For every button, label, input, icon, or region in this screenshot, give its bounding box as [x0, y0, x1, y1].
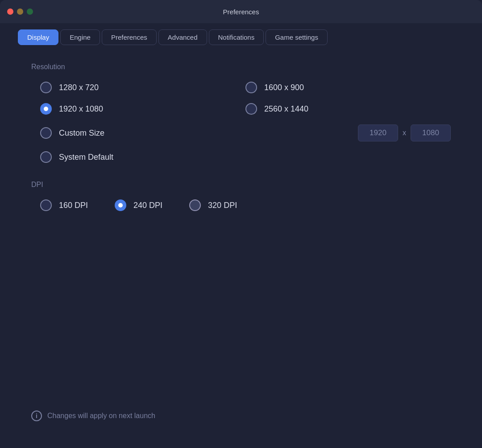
custom-size-inputs: x	[358, 124, 451, 141]
radio-2560x1440[interactable]	[245, 103, 257, 115]
resolution-option-1920x1080: 1920 x 1080	[40, 103, 245, 115]
radio-160dpi[interactable]	[40, 199, 52, 211]
tab-advanced[interactable]: Advanced	[158, 29, 207, 45]
minimize-button[interactable]	[17, 8, 23, 15]
info-icon: i	[31, 411, 42, 421]
close-button[interactable]	[7, 8, 13, 15]
radio-label-160dpi: 160 DPI	[59, 201, 88, 210]
radio-1280x720[interactable]	[40, 82, 52, 93]
radio-label-1280x720: 1280 x 720	[59, 83, 99, 92]
radio-label-system-default: System Default	[59, 153, 113, 162]
radio-label-1920x1080: 1920 x 1080	[59, 104, 103, 114]
dpi-options: 160 DPI 240 DPI 320 DPI	[40, 199, 451, 211]
radio-320dpi[interactable]	[189, 199, 201, 211]
resolution-option-2560x1440: 2560 x 1440	[245, 103, 451, 115]
size-separator: x	[403, 129, 406, 137]
resolution-option-system-default: System Default	[40, 151, 245, 163]
radio-label-320dpi: 320 DPI	[208, 201, 237, 210]
titlebar: Preferences	[0, 0, 482, 23]
traffic-lights	[7, 8, 33, 15]
radio-label-custom: Custom Size	[59, 129, 104, 138]
dpi-option-240: 240 DPI	[115, 199, 162, 211]
tab-notifications[interactable]: Notifications	[209, 29, 264, 45]
resolution-label: Resolution	[31, 63, 451, 71]
tab-engine[interactable]: Engine	[60, 29, 100, 45]
radio-system-default[interactable]	[40, 151, 52, 163]
custom-width-input[interactable]	[358, 124, 398, 141]
radio-label-240dpi: 240 DPI	[133, 201, 162, 210]
footer: i Changes will apply on next launch	[31, 411, 451, 430]
tab-game-settings[interactable]: Game settings	[266, 29, 328, 45]
resolution-option-1600x900: 1600 x 900	[245, 82, 451, 93]
custom-height-input[interactable]	[411, 124, 451, 141]
content-area: Resolution 1280 x 720 1600 x 900 1920 x …	[0, 45, 482, 448]
dpi-option-320: 320 DPI	[189, 199, 237, 211]
radio-240dpi[interactable]	[115, 199, 126, 211]
tab-preferences[interactable]: Preferences	[102, 29, 157, 45]
maximize-button[interactable]	[27, 8, 33, 15]
window-title: Preferences	[223, 8, 259, 16]
resolution-option-custom: Custom Size x	[40, 124, 451, 141]
tab-bar: Display Engine Preferences Advanced Noti…	[0, 23, 482, 45]
dpi-label: DPI	[31, 181, 451, 189]
resolution-section: Resolution 1280 x 720 1600 x 900 1920 x …	[31, 63, 451, 163]
dpi-option-160: 160 DPI	[40, 199, 88, 211]
resolution-option-1280x720: 1280 x 720	[40, 82, 245, 93]
radio-1600x900[interactable]	[245, 82, 257, 93]
resolution-options: 1280 x 720 1600 x 900 1920 x 1080 2560 x…	[40, 82, 451, 163]
dpi-section: DPI 160 DPI 240 DPI 320 DPI	[31, 181, 451, 211]
tab-display[interactable]: Display	[18, 29, 58, 45]
radio-label-1600x900: 1600 x 900	[264, 83, 304, 92]
radio-1920x1080[interactable]	[40, 103, 52, 115]
radio-custom[interactable]	[40, 127, 52, 139]
footer-message: Changes will apply on next launch	[47, 412, 155, 420]
preferences-window: Preferences Display Engine Preferences A…	[0, 0, 482, 448]
radio-label-2560x1440: 2560 x 1440	[264, 104, 308, 114]
